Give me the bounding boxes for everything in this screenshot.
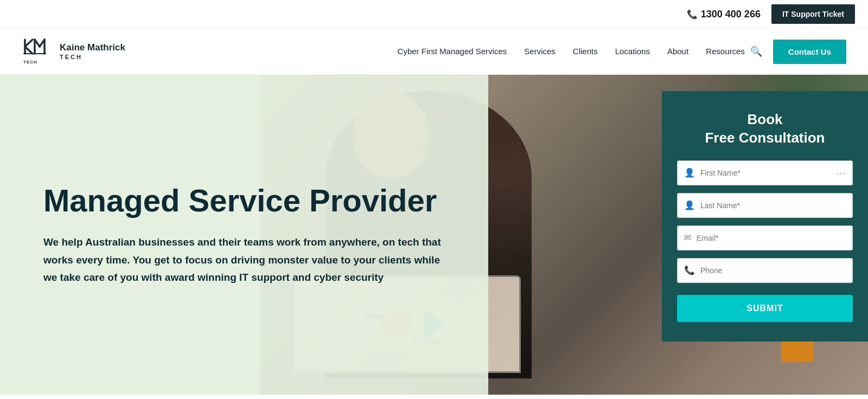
nav-item-resources[interactable]: Resources: [706, 47, 745, 56]
hero-body: We help Australian businesses and their …: [43, 234, 445, 286]
contact-us-button[interactable]: Contact Us: [773, 40, 846, 64]
person-icon-2: 👤: [684, 200, 695, 210]
form-heading: BookFree Consultation: [677, 111, 853, 147]
submit-button[interactable]: SUBMIT: [677, 295, 853, 322]
top-bar: 📞 1300 400 266 IT Support Ticket: [0, 0, 868, 29]
last-name-input[interactable]: [700, 201, 846, 210]
logo-icon: TECH: [22, 35, 54, 68]
first-name-input[interactable]: [700, 169, 834, 177]
logo-text: Kaine Mathrick TECH: [60, 42, 125, 61]
search-button[interactable]: 🔍: [750, 46, 762, 57]
nav-item-cyber[interactable]: Cyber First Managed Services: [398, 47, 507, 56]
first-name-field[interactable]: 👤 ⋯: [677, 160, 853, 185]
logo[interactable]: TECH Kaine Mathrick TECH: [22, 35, 125, 68]
search-icon: 🔍: [750, 46, 762, 57]
phone-field[interactable]: 📞: [677, 258, 853, 283]
phone-field-icon: 📞: [684, 265, 695, 275]
hero-heading: Managed Service Provider: [43, 183, 445, 218]
consultation-form: BookFree Consultation 👤 ⋯ 👤 ✉ 📞 SUBMIT: [662, 91, 868, 342]
envelope-icon: ✉: [684, 233, 691, 243]
last-name-field[interactable]: 👤: [677, 193, 853, 218]
email-field[interactable]: ✉: [677, 226, 853, 250]
svg-text:TECH: TECH: [23, 60, 37, 65]
phone-number: 📞 1300 400 266: [687, 9, 761, 20]
hero-section: United Accountable Managed Service Provi…: [0, 75, 868, 395]
phone-icon: 📞: [687, 9, 698, 20]
nav-item-locations[interactable]: Locations: [615, 47, 650, 56]
navbar: TECH Kaine Mathrick TECH Cyber First Man…: [0, 29, 868, 75]
person-icon: 👤: [684, 168, 695, 178]
hero-text-box: Managed Service Provider We help Austral…: [0, 75, 488, 395]
nav-links: Cyber First Managed Services Services Cl…: [398, 47, 745, 56]
dots-icon: ⋯: [836, 167, 846, 179]
nav-item-about[interactable]: About: [667, 47, 688, 56]
nav-item-services[interactable]: Services: [524, 47, 556, 56]
it-support-button[interactable]: IT Support Ticket: [771, 4, 855, 24]
email-input[interactable]: [697, 234, 846, 242]
phone-input[interactable]: [700, 266, 846, 275]
nav-item-clients[interactable]: Clients: [573, 47, 598, 56]
